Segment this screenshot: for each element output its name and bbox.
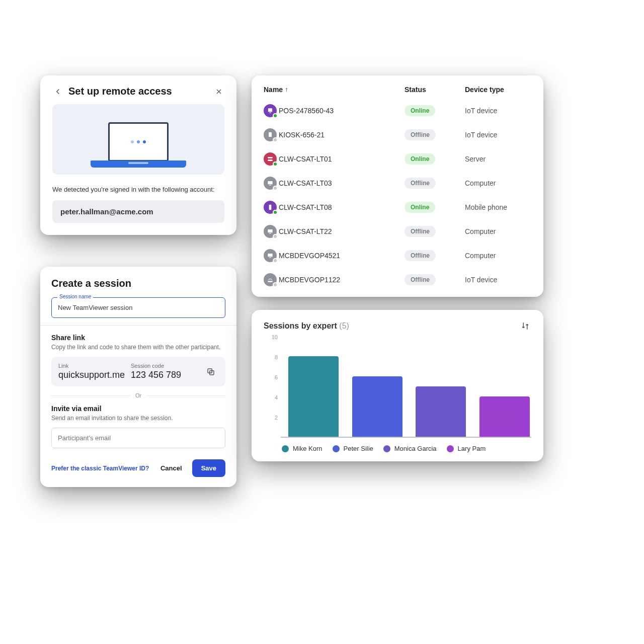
- device-row[interactable]: MCBDEVGOP4521 Offline Computer: [264, 244, 531, 268]
- status-badge: Offline: [405, 250, 436, 261]
- device-name: CLW-CSAT-LT01: [279, 155, 332, 163]
- status-dot-icon: [273, 258, 278, 263]
- device-name: MCBDEVGOP1122: [279, 276, 340, 284]
- pos-icon: [264, 104, 277, 117]
- laptop-illustration: [52, 104, 224, 175]
- status-dot-icon: [273, 162, 278, 167]
- svg-rect-8: [269, 185, 271, 186]
- legend-label: Lary Pam: [458, 445, 486, 452]
- close-button[interactable]: [213, 86, 224, 97]
- or-label: Or: [135, 392, 141, 398]
- setup-title: Set up remote access: [68, 86, 208, 97]
- svg-rect-10: [268, 229, 272, 232]
- laptop-base-icon: [91, 160, 186, 168]
- share-link-sub: Copy the link and code to share them wit…: [51, 344, 225, 351]
- divider: [40, 325, 236, 326]
- legend-swatch: [333, 445, 340, 452]
- device-row[interactable]: CLW-CSAT-LT01 Online Server: [264, 147, 531, 171]
- legend-item: Lary Pam: [447, 445, 486, 452]
- prefer-classic-link[interactable]: Prefer the classic TeamViewer ID?: [51, 465, 150, 472]
- legend-item: Peter Silie: [333, 445, 373, 452]
- setup-remote-access-card: Set up remote access We detected you're …: [40, 75, 236, 235]
- x-axis: [281, 437, 531, 438]
- session-code-label: Session code: [131, 363, 198, 369]
- y-tick: 8: [264, 354, 278, 360]
- device-row[interactable]: CLW-CSAT-LT03 Offline Computer: [264, 171, 531, 195]
- status-dot-icon: [273, 113, 278, 118]
- status-badge: Offline: [405, 274, 436, 285]
- device-list-card: Name ↑ Status Device type POS-2478560-43…: [252, 75, 543, 297]
- status-badge: Online: [405, 105, 435, 116]
- chart-plot-area: 246810: [264, 337, 531, 438]
- device-name: POS-2478560-43: [279, 107, 334, 115]
- chart-bar: [352, 376, 403, 437]
- legend-label: Mike Korn: [293, 445, 323, 452]
- legend-label: Monica Garcia: [394, 445, 437, 452]
- account-email: peter.hallman@acme.com: [52, 200, 224, 223]
- status-dot-icon: [273, 234, 278, 239]
- status-badge: Offline: [405, 226, 436, 237]
- participant-email-input[interactable]: [51, 428, 225, 448]
- y-tick: 6: [264, 374, 278, 380]
- svg-rect-13: [269, 258, 271, 258]
- create-session-card: Create a session Session name Share link…: [40, 267, 236, 487]
- svg-rect-4: [269, 132, 272, 137]
- device-type: Server: [465, 155, 531, 163]
- device-row[interactable]: MCBDEVGOP1122 Offline IoT device: [264, 268, 531, 292]
- invite-heading: Invite via email: [51, 405, 225, 413]
- share-link-heading: Share link: [51, 334, 225, 342]
- svg-rect-12: [268, 254, 272, 257]
- session-name-input[interactable]: [51, 297, 225, 318]
- link-label: Link: [58, 363, 126, 369]
- cancel-button[interactable]: Cancel: [158, 460, 184, 476]
- server-icon: [264, 152, 277, 166]
- svg-rect-3: [269, 113, 271, 113]
- sort-asc-icon: ↑: [285, 86, 288, 93]
- device-name: MCBDEVGOP4521: [279, 252, 340, 260]
- chart-title: Sessions by expert (5): [264, 321, 519, 331]
- session-name-label: Session name: [57, 294, 93, 299]
- computer-icon: [264, 249, 277, 262]
- status-badge: Online: [405, 202, 435, 213]
- status-dot-icon: [273, 210, 278, 215]
- sort-button[interactable]: [519, 320, 531, 332]
- chart-bar: [416, 386, 466, 437]
- column-header-name[interactable]: Name ↑: [264, 86, 405, 94]
- back-button[interactable]: [52, 86, 63, 97]
- device-type: Computer: [465, 252, 531, 260]
- svg-rect-2: [268, 108, 272, 112]
- column-header-type[interactable]: Device type: [465, 86, 531, 94]
- link-value: quicksupport.me: [58, 370, 126, 380]
- svg-rect-7: [268, 181, 272, 184]
- legend-item: Monica Garcia: [383, 445, 437, 452]
- column-header-status[interactable]: Status: [405, 86, 465, 94]
- svg-rect-9: [269, 205, 272, 210]
- device-row[interactable]: CLW-CSAT-LT22 Offline Computer: [264, 219, 531, 244]
- sessions-by-expert-card: Sessions by expert (5) 246810 Mike KornP…: [252, 310, 543, 461]
- computer-icon: [264, 177, 277, 190]
- copy-button[interactable]: [203, 364, 218, 379]
- device-type: Computer: [465, 227, 531, 235]
- legend-swatch: [447, 445, 454, 452]
- device-row[interactable]: KIOSK-656-21 Offline IoT device: [264, 123, 531, 147]
- device-row[interactable]: CLW-CSAT-LT08 Online Mobile phone: [264, 195, 531, 219]
- save-button[interactable]: Save: [192, 459, 225, 477]
- device-name: CLW-CSAT-LT08: [279, 203, 332, 211]
- legend-swatch: [282, 445, 289, 452]
- svg-rect-6: [268, 159, 272, 161]
- share-box: Link quicksupport.me Session code 123 45…: [51, 357, 225, 386]
- legend-item: Mike Korn: [282, 445, 323, 452]
- device-type: IoT device: [465, 107, 531, 115]
- chart-legend: Mike KornPeter SilieMonica GarciaLary Pa…: [282, 445, 531, 452]
- device-row[interactable]: POS-2478560-43 Online IoT device: [264, 99, 531, 123]
- chart-bar: [479, 396, 530, 437]
- computer-icon: [264, 225, 277, 238]
- device-type: Computer: [465, 179, 531, 187]
- device-type: Mobile phone: [465, 203, 531, 211]
- device-type: IoT device: [465, 276, 531, 284]
- kiosk-icon: [264, 128, 277, 141]
- invite-sub: Send an email invitation to share the se…: [51, 415, 225, 422]
- status-badge: Offline: [405, 129, 436, 140]
- y-tick: 10: [264, 334, 278, 340]
- device-type: IoT device: [465, 131, 531, 139]
